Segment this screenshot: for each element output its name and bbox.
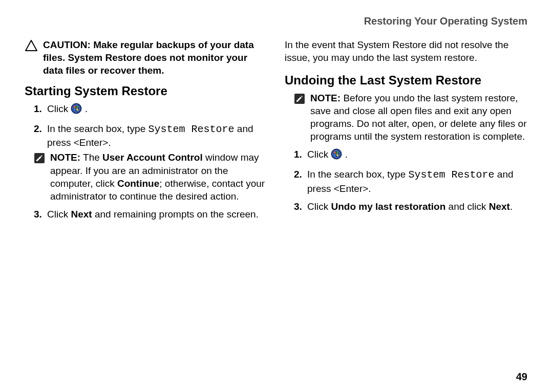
caution-label: CAUTION: [43,39,91,50]
page-number: 49 [25,369,528,392]
caution-triangle-icon [25,39,38,55]
step-text: Click [307,149,331,160]
step-3: Click Undo my last restoration and click… [307,200,528,213]
command-text: System Restore [148,123,235,135]
step-text: Click [47,103,71,114]
two-column-layout: CAUTION: Make regular backups of your da… [25,38,528,369]
starting-restore-steps: Click . In the search box, type System R… [25,102,268,221]
step-bold: Undo my last restoration [331,201,445,212]
step-3: Click Next and remaining prompts on the … [47,208,268,221]
step-text: . [510,201,513,212]
command-text: System Restore [409,169,495,181]
step-text: . [82,103,88,114]
right-column: In the event that System Restore did not… [285,38,528,369]
section-undoing-restore: Undoing the Last System Restore [285,72,528,89]
step-2: In the search box, type System Restore a… [47,122,268,203]
step-text: and click [445,201,488,212]
undoing-restore-steps: Click . In the search box, type System R… [285,148,528,213]
caution-text: CAUTION: Make regular backups of your da… [43,38,268,77]
step-text: Click [47,209,71,220]
step-text: In the search box, type [307,169,409,180]
note-pencil-icon [294,93,305,107]
note-segment: Before you undo the last system restore,… [310,93,526,142]
step-text: and remaining prompts on the screen. [92,209,259,220]
intro-paragraph: In the event that System Restore did not… [285,38,528,64]
start-button-icon [331,148,342,163]
note-bold: Continue [117,178,159,189]
left-column: CAUTION: Make regular backups of your da… [25,38,268,369]
running-header: Restoring Your Operating System [25,15,528,27]
note-label: NOTE: [310,93,341,103]
step-1: Click . [307,148,528,163]
note-text: NOTE: Before you undo the last system re… [310,92,528,143]
note-segment: The [80,152,102,163]
section-starting-restore: Starting System Restore [25,83,268,99]
note-callout: NOTE: The User Account Control window ma… [25,151,268,202]
step-2: In the search box, type System Restore a… [307,168,528,194]
caution-callout: CAUTION: Make regular backups of your da… [25,38,268,77]
step-text: Click [307,201,331,212]
step-1: Click . [47,102,268,117]
svg-marker-0 [26,40,37,51]
note-bold: User Account Control [102,152,203,163]
manual-page: Restoring Your Operating System CAUTION:… [0,0,553,392]
header-title: Restoring Your Operating System [364,15,527,27]
step-text: . [342,149,348,160]
note-text: NOTE: The User Account Control window ma… [50,151,268,202]
step-bold: Next [71,209,92,220]
start-button-icon [71,103,82,117]
note-pencil-icon [34,153,45,167]
step-text: In the search box, type [47,123,148,134]
step-bold: Next [489,201,510,212]
note-label: NOTE: [50,152,80,163]
note-callout: NOTE: Before you undo the last system re… [285,92,528,143]
